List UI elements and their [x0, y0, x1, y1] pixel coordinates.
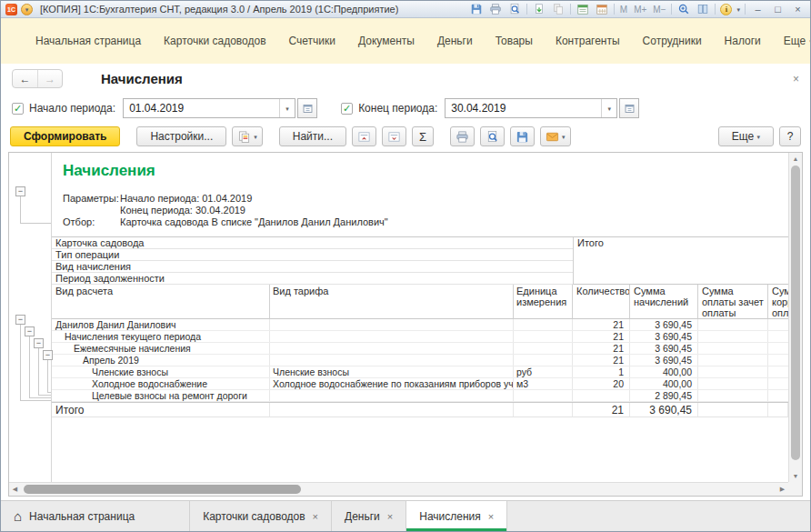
tab-close-icon[interactable]: × [387, 511, 393, 522]
zoom-icon[interactable] [676, 2, 691, 16]
expand-groups-button[interactable] [382, 126, 406, 146]
total-row[interactable]: Итого 21 3 690,45 [52, 402, 788, 417]
minimize-button[interactable]: – [750, 3, 766, 16]
column-header-correction[interactable]: Сумма корре оплат [768, 285, 788, 319]
app-logo-icon: 1С [5, 4, 17, 15]
close-button[interactable]: × [790, 3, 806, 16]
scroll-left-icon[interactable]: ◀ [9, 483, 21, 496]
table-row[interactable]: Данилов Данил Данилович 21 3 690,45 [52, 319, 788, 331]
table-row[interactable]: Членские взносы Членские взносы руб 1 40… [52, 366, 788, 378]
maximize-button[interactable]: □ [770, 3, 786, 16]
collapse-group-icon[interactable]: − [43, 350, 53, 360]
chevron-down-icon: ▾ [756, 134, 760, 140]
end-period-label: Конец периода: [358, 102, 437, 115]
forward-button[interactable]: → [37, 70, 62, 87]
column-header-unit[interactable]: Единица измерения [514, 285, 573, 319]
memory-add-button[interactable]: M+ [633, 5, 647, 15]
autosum-button[interactable]: Σ [412, 126, 434, 146]
group-row[interactable]: Карточка садовода [52, 237, 573, 249]
start-period-dropdown-icon[interactable]: ▾ [279, 99, 295, 117]
generate-button[interactable]: Сформировать [10, 126, 120, 146]
print-icon[interactable] [488, 2, 503, 16]
calendar-dates-icon[interactable] [595, 2, 609, 16]
find-button[interactable]: Найти... [279, 126, 346, 146]
group-row[interactable]: Период задолженности [52, 273, 573, 285]
table-row[interactable]: Холодное водоснабжение Холодное водоснаб… [52, 378, 788, 390]
end-period-dropdown-icon[interactable]: ▾ [601, 99, 616, 117]
menu-item-gardener-cards[interactable]: Карточки садоводов [164, 35, 265, 47]
open-windows-tabbar: ⌂ Начальная страница Карточки садоводов … [1, 500, 810, 531]
group-row[interactable]: Вид начисления [52, 261, 573, 273]
collapse-group-icon[interactable]: − [34, 338, 44, 348]
menu-item-taxes[interactable]: Налоги [725, 35, 761, 47]
system-menu-button[interactable]: ▾ [21, 4, 33, 15]
table-row[interactable]: Ежемесячные начисления 21 3 690,45 [52, 343, 788, 355]
column-header-calc-type[interactable]: Вид расчета [52, 285, 270, 319]
report-variants-button[interactable]: ▾ [232, 126, 263, 146]
group-row[interactable]: Тип операции [52, 249, 573, 261]
collapse-group-icon[interactable]: − [25, 326, 35, 336]
separator [526, 4, 527, 15]
menu-item-more[interactable]: Еще▾ [784, 35, 811, 47]
end-period-calendar-button[interactable] [619, 98, 639, 118]
scroll-up-icon[interactable]: ▲ [789, 153, 802, 165]
info-icon[interactable]: i [720, 4, 732, 15]
copy-icon[interactable] [551, 2, 566, 16]
collapse-group-icon[interactable]: − [15, 315, 25, 325]
tab-close-icon[interactable]: × [313, 511, 318, 522]
horizontal-scroll-thumb[interactable] [24, 485, 301, 494]
start-period-checkbox[interactable]: ✓ [12, 103, 24, 115]
tab-close-icon[interactable]: × [488, 511, 494, 522]
settings-button[interactable]: Настройки... [136, 126, 226, 146]
split-columns-icon[interactable] [696, 2, 710, 16]
end-period-input[interactable]: 30.04.2019 ▾ [445, 98, 617, 118]
totals-column-header[interactable]: Итого [573, 237, 788, 285]
more-button[interactable]: Еще ▾ [718, 126, 774, 146]
info-dropdown-icon[interactable]: ▾ [736, 6, 740, 13]
form-close-icon[interactable]: × [793, 73, 799, 85]
report-content: Начисления Параметры: Начало периода: 01… [52, 153, 788, 482]
collapse-groups-button[interactable] [352, 126, 376, 146]
tab-home[interactable]: ⌂ Начальная страница [1, 501, 190, 531]
column-header-payment[interactable]: Сумма оплаты зачет оплаты [698, 285, 768, 319]
vertical-scrollbar[interactable]: ▲ ▼ [788, 153, 802, 482]
tab-accruals[interactable]: Начисления × [406, 501, 507, 531]
tab-money[interactable]: Деньги × [332, 501, 406, 531]
table-row[interactable]: Начисления текущего периода 21 3 690,45 [52, 331, 788, 343]
table-row[interactable]: Целевые взносы на ремонт дороги 2 890,45 [52, 390, 788, 402]
end-period-checkbox[interactable]: ✓ [341, 103, 353, 115]
print-button[interactable] [450, 126, 475, 146]
scroll-right-icon[interactable]: ▶ [776, 483, 788, 496]
menu-item-home[interactable]: Начальная страница [35, 35, 141, 47]
menu-item-goods[interactable]: Товары [496, 35, 533, 47]
preview-button[interactable] [480, 126, 505, 146]
column-header-qty[interactable]: Количество [573, 285, 630, 319]
start-period-input[interactable]: 01.04.2019 ▾ [123, 98, 295, 118]
start-period-calendar-button[interactable] [297, 98, 317, 118]
menu-item-employees[interactable]: Сотрудники [643, 35, 702, 47]
help-button[interactable]: ? [779, 126, 801, 146]
tab-gardener-cards[interactable]: Карточки садоводов × [190, 501, 332, 531]
horizontal-scrollbar[interactable]: ◀ ▶ [9, 482, 788, 496]
navigation-buttons: ← → [12, 69, 63, 88]
calendar-icon[interactable] [576, 2, 590, 16]
send-email-button[interactable]: ▾ [540, 126, 571, 146]
menu-item-meters[interactable]: Счетчики [289, 35, 335, 47]
column-header-accrued[interactable]: Сумма начислений [630, 285, 698, 319]
table-row[interactable]: Апрель 2019 21 3 690,45 [52, 355, 788, 366]
column-header-tariff[interactable]: Вид тарифа [270, 285, 514, 319]
menu-item-documents[interactable]: Документы [358, 35, 415, 47]
memory-recall-button[interactable]: M [619, 5, 628, 15]
back-button[interactable]: ← [13, 70, 37, 87]
collapse-group-icon[interactable]: − [15, 186, 25, 196]
print-preview-icon[interactable] [507, 2, 522, 16]
vertical-scroll-thumb[interactable] [791, 166, 800, 460]
save-button[interactable] [510, 126, 535, 146]
menu-item-money[interactable]: Деньги [437, 35, 473, 47]
memory-subtract-button[interactable]: M− [652, 5, 666, 15]
menu-item-counterparties[interactable]: Контрагенты [556, 35, 620, 47]
page-title: Начисления [101, 71, 183, 86]
save-icon[interactable] [469, 2, 484, 16]
send-document-icon[interactable] [532, 2, 546, 16]
scroll-down-icon[interactable]: ▼ [789, 470, 802, 482]
